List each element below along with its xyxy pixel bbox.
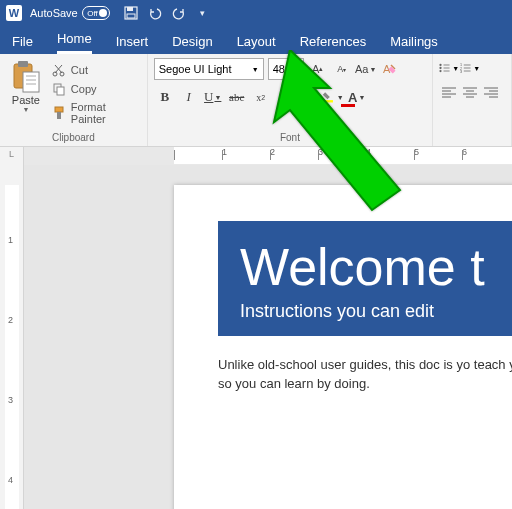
cut-label: Cut [71,64,88,76]
tab-insert[interactable]: Insert [116,34,149,54]
paste-button[interactable]: Paste ▼ [6,58,46,126]
ribbon: Paste ▼ Cut Copy [0,54,512,147]
quick-access-toolbar: ▾ [124,6,210,20]
document-page[interactable]: Welcome t Instructions you can edit Unli… [174,185,512,509]
change-case-button[interactable]: Aa▼ [356,58,376,80]
vertical-ruler[interactable]: 1 2 3 4 [0,165,24,509]
align-center-button[interactable] [460,82,480,102]
svg-point-20 [439,64,441,66]
strikethrough-button[interactable]: abc [226,86,248,108]
tab-file[interactable]: File [12,34,33,54]
svg-rect-16 [57,112,61,119]
document-area: 1 2 3 4 Welcome t Instructions you can e… [0,165,512,509]
horizontal-ruler[interactable]: 1 2 3 4 5 6 [24,147,512,165]
svg-rect-14 [57,87,64,95]
autosave-label: AutoSave [30,7,78,19]
copy-icon [52,82,66,96]
ruler-corner: L [0,147,24,165]
title-bar: W AutoSave Off ▾ [0,0,512,26]
font-size-combo[interactable]: 48▼ [268,58,304,80]
numbering-button[interactable]: 123▼ [460,58,480,78]
word-app-icon: W [6,5,22,21]
svg-text:3: 3 [460,70,462,74]
align-right-button[interactable] [481,82,501,102]
qat-customize-icon[interactable]: ▾ [196,6,210,20]
increase-font-button[interactable]: A▴ [308,58,328,80]
svg-rect-4 [18,61,28,67]
clipboard-group-label: Clipboard [6,129,141,144]
italic-button[interactable]: I [178,86,200,108]
cut-button[interactable]: Cut [50,62,141,78]
ribbon-tabs: File Home Insert Design Layout Reference… [0,26,512,54]
svg-point-22 [439,67,441,69]
page-background: Welcome t Instructions you can edit Unli… [24,165,512,509]
underline-button[interactable]: U▼ [202,86,224,108]
paste-label: Paste [12,94,40,106]
autosave-switch[interactable]: Off [82,6,110,20]
svg-point-24 [439,70,441,72]
undo-icon[interactable] [148,6,162,20]
svg-rect-2 [127,14,135,18]
toggle-knob [99,9,107,17]
cut-icon [52,63,66,77]
font-name-combo[interactable]: Segoe UI Light▼ [154,58,264,80]
banner-subtitle[interactable]: Instructions you can edit [240,301,512,322]
tab-mailings[interactable]: Mailings [390,34,438,54]
clear-formatting-button[interactable]: A [380,58,400,80]
svg-rect-15 [55,107,63,112]
group-paragraph: ▼ 123▼ [433,54,512,146]
svg-rect-19 [323,100,332,102]
save-icon[interactable] [124,6,138,20]
tab-layout[interactable]: Layout [237,34,276,54]
body-paragraph[interactable]: Unlike old-school user guides, this doc … [218,356,512,394]
font-group-label: Font [154,129,426,144]
copy-label: Copy [71,83,97,95]
paste-icon [11,60,41,94]
subscript-button[interactable]: x2 [250,86,272,108]
group-clipboard: Paste ▼ Cut Copy [0,54,148,146]
redo-icon[interactable] [172,6,186,20]
svg-rect-5 [23,72,39,92]
group-font: Segoe UI Light▼ 48▼ A▴ A▾ Aa▼ A B I U▼ a… [148,54,433,146]
decrease-font-button[interactable]: A▾ [332,58,352,80]
font-color-button[interactable]: A▼ [346,86,368,108]
paragraph-group-label [439,140,505,144]
bold-button[interactable]: B [154,86,176,108]
copy-button[interactable]: Copy [50,81,141,97]
horizontal-ruler-area: L 1 2 3 4 5 6 [0,147,512,165]
tab-references[interactable]: References [300,34,366,54]
superscript-button[interactable]: x2 [274,86,296,108]
format-painter-label: Format Painter [71,101,139,125]
tab-design[interactable]: Design [172,34,212,54]
welcome-banner: Welcome t Instructions you can edit [218,221,512,336]
text-effects-button[interactable]: A▼ [298,86,320,108]
svg-rect-1 [127,7,133,11]
format-painter-button[interactable]: Format Painter [50,100,141,126]
bullets-button[interactable]: ▼ [439,58,459,78]
autosave-toggle[interactable]: AutoSave Off [30,6,110,20]
align-left-button[interactable] [439,82,459,102]
format-painter-icon [52,106,66,120]
tab-home[interactable]: Home [57,31,92,54]
banner-title[interactable]: Welcome t [240,237,512,297]
